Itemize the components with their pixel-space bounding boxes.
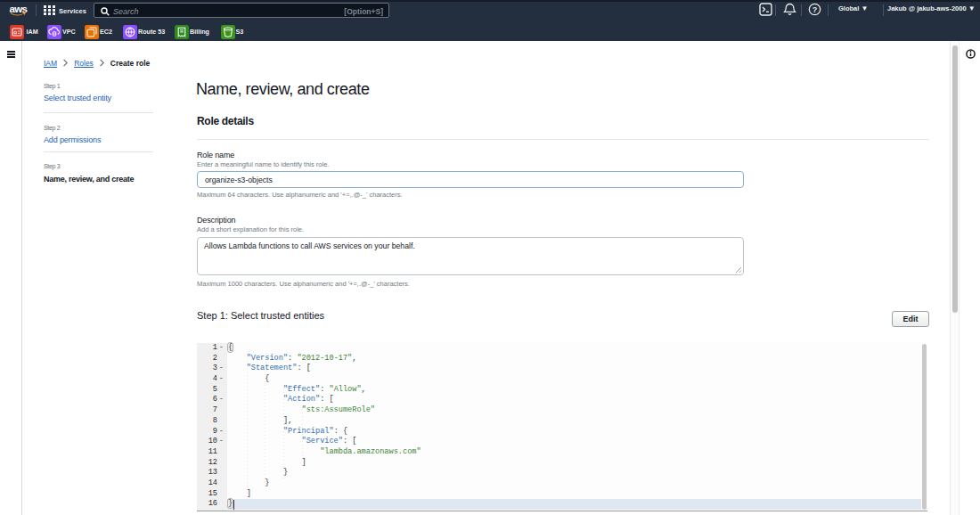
- svg-text:?: ?: [813, 5, 818, 14]
